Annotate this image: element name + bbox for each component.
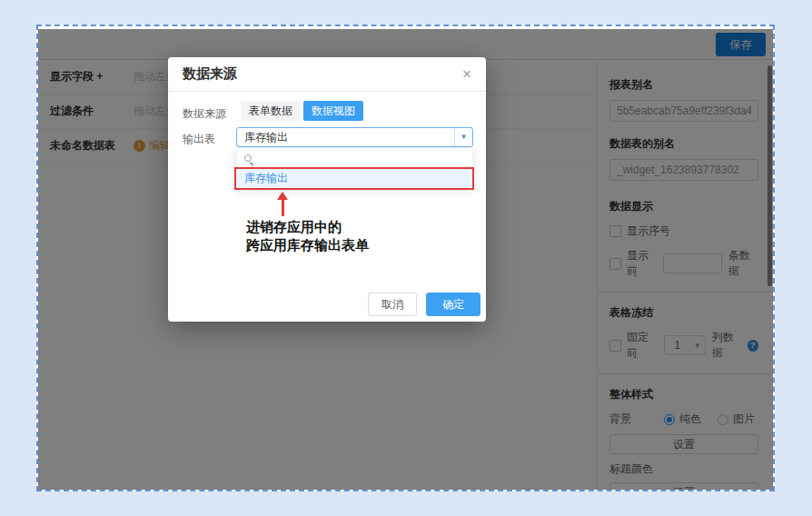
close-icon[interactable]: × (462, 66, 471, 82)
data-source-dialog: 数据来源 × 数据来源 表单数据 数据视图 输出表 库存输出 ▼ 库存输出 进销… (168, 57, 486, 322)
output-table-select[interactable]: 库存输出 ▼ (236, 127, 473, 147)
dropdown-option-inventory-output[interactable]: 库存输出 (237, 169, 472, 188)
source-label: 数据来源 (183, 106, 226, 122)
confirm-button[interactable]: 确定 (426, 293, 480, 316)
source-tabs: 表单数据 数据视图 (241, 101, 363, 121)
annotation-line1: 进销存应用中的 (246, 218, 369, 236)
annotation-line2: 跨应用库存输出表单 (246, 236, 369, 254)
select-value: 库存输出 (244, 128, 288, 146)
select-dropdown: 库存输出 (236, 147, 473, 189)
tab-data-view[interactable]: 数据视图 (303, 101, 363, 121)
search-icon (244, 154, 252, 162)
screenshot-frame: 保存 显示字段 + 拖动左侧字 过滤条件 拖动左侧字 未命名数据表 ! 编辑界面… (36, 25, 775, 491)
annotation-arrow-stem (282, 199, 284, 216)
caret-down-icon: ▼ (454, 128, 472, 146)
annotation-text: 进销存应用中的 跨应用库存输出表单 (246, 218, 369, 254)
cancel-button[interactable]: 取消 (368, 293, 417, 316)
tab-form-data[interactable]: 表单数据 (241, 101, 301, 121)
dialog-header: 数据来源 × (168, 57, 486, 92)
output-table-label: 输出表 (183, 132, 215, 147)
dialog-title: 数据来源 (183, 65, 237, 83)
dropdown-search[interactable] (237, 148, 472, 169)
